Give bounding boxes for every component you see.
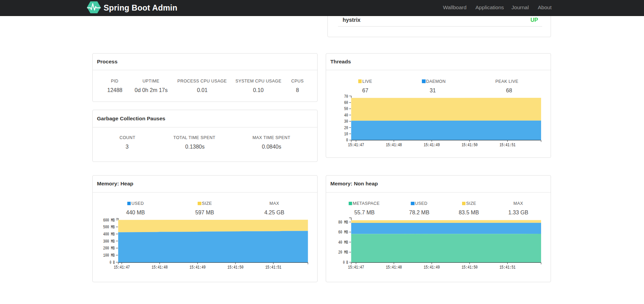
svg-text:600 MB: 600 MB bbox=[103, 218, 115, 223]
svg-text:30: 30 bbox=[344, 119, 348, 124]
svg-text:15:41:50: 15:41:50 bbox=[228, 265, 244, 270]
svg-text:15:41:48: 15:41:48 bbox=[386, 143, 402, 148]
svg-text:15:41:49: 15:41:49 bbox=[189, 265, 205, 270]
svg-text:40: 40 bbox=[344, 113, 348, 118]
svg-text:400 MB: 400 MB bbox=[103, 232, 115, 237]
svg-text:0 B: 0 B bbox=[110, 260, 115, 265]
svg-text:0 B: 0 B bbox=[343, 260, 348, 265]
svg-text:15:41:47: 15:41:47 bbox=[114, 265, 130, 270]
svg-text:15:41:50: 15:41:50 bbox=[462, 265, 478, 270]
svg-text:15:41:50: 15:41:50 bbox=[462, 143, 478, 148]
svg-text:200 MB: 200 MB bbox=[103, 246, 115, 251]
svg-text:15:41:47: 15:41:47 bbox=[348, 143, 364, 148]
svg-text:15:41:48: 15:41:48 bbox=[386, 265, 402, 270]
svg-text:100 MB: 100 MB bbox=[103, 253, 115, 258]
svg-text:60: 60 bbox=[344, 101, 348, 105]
svg-text:0: 0 bbox=[346, 138, 348, 143]
svg-text:60 MB: 60 MB bbox=[338, 230, 348, 235]
svg-text:15:41:51: 15:41:51 bbox=[500, 265, 516, 270]
svg-text:15:41:51: 15:41:51 bbox=[265, 265, 281, 270]
svg-text:80 MB: 80 MB bbox=[338, 220, 348, 225]
svg-text:10: 10 bbox=[344, 132, 348, 137]
svg-text:20: 20 bbox=[344, 126, 348, 131]
svg-text:15:41:47: 15:41:47 bbox=[348, 265, 364, 270]
svg-text:15:41:51: 15:41:51 bbox=[500, 143, 516, 148]
svg-text:300 MB: 300 MB bbox=[103, 239, 115, 244]
svg-text:40 MB: 40 MB bbox=[338, 240, 348, 245]
svg-text:500 MB: 500 MB bbox=[103, 225, 115, 230]
svg-text:15:41:49: 15:41:49 bbox=[424, 265, 440, 270]
svg-text:50: 50 bbox=[344, 107, 348, 111]
svg-text:70: 70 bbox=[344, 94, 348, 99]
svg-text:15:41:48: 15:41:48 bbox=[152, 265, 168, 270]
svg-text:20 MB: 20 MB bbox=[338, 250, 348, 255]
svg-text:15:41:49: 15:41:49 bbox=[424, 143, 440, 148]
